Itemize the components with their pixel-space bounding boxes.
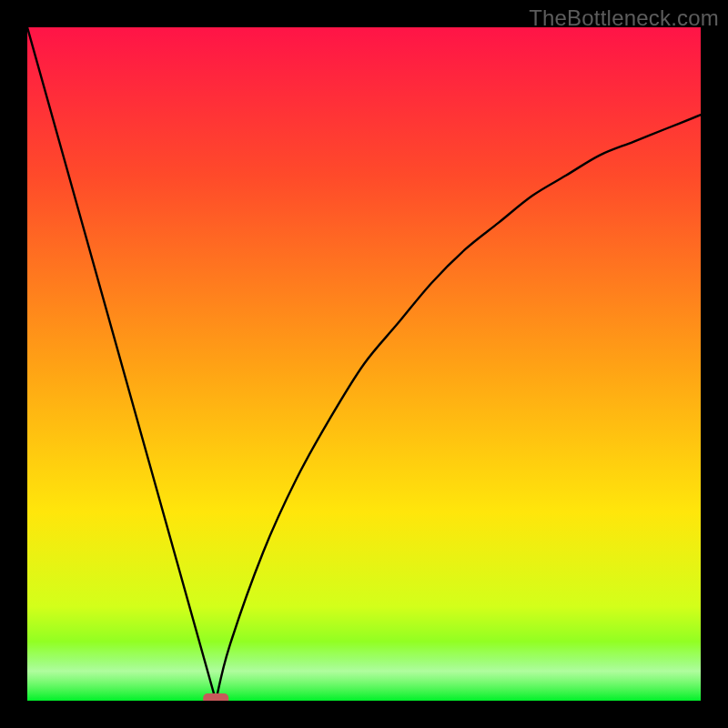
watermark-text: TheBottleneck.com	[529, 5, 719, 31]
plot-area	[27, 27, 701, 701]
vertex-marker	[203, 693, 228, 701]
plot-svg	[27, 27, 701, 701]
chart-frame: TheBottleneck.com	[0, 0, 728, 728]
highlight-band	[27, 642, 701, 701]
